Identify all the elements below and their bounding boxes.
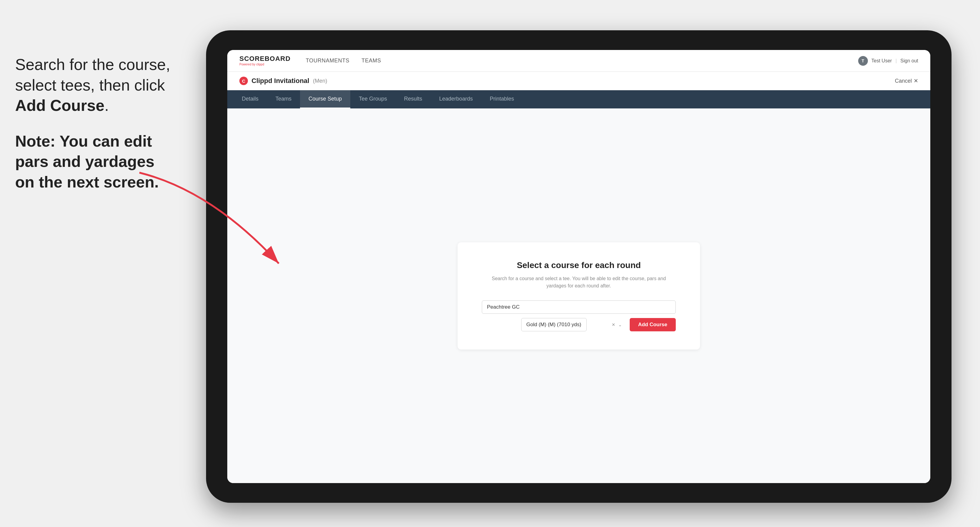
tab-tee-groups[interactable]: Tee Groups [350,90,395,108]
card-subtitle: Search for a course and select a tee. Yo… [482,275,676,290]
cancel-button[interactable]: Cancel ✕ [895,78,918,84]
tournament-gender: (Men) [313,78,327,84]
tab-leaderboards[interactable]: Leaderboards [431,90,481,108]
tab-teams[interactable]: Teams [267,90,300,108]
annotation-bold: Add Course [15,97,105,114]
main-content: Select a course for each round Search fo… [227,108,930,483]
course-card: Select a course for each round Search fo… [458,242,700,349]
logo-area: SCOREBOARD Powered by clippd [239,56,291,66]
annotation-text: Search for the course, select tees, then… [15,54,173,116]
top-nav-right: T Test User | Sign out [858,56,918,66]
nav-tournaments[interactable]: TOURNAMENTS [306,57,349,64]
logo-sub: Powered by clippd [239,63,291,66]
clippd-icon: C [239,77,248,85]
nav-teams[interactable]: TEAMS [361,57,381,64]
top-nav: SCOREBOARD Powered by clippd TOURNAMENTS… [227,50,930,72]
nav-links: TOURNAMENTS TEAMS [306,57,858,64]
user-avatar: T [858,56,868,66]
logo-text: SCOREBOARD [239,56,291,62]
tablet-frame: SCOREBOARD Powered by clippd TOURNAMENTS… [206,30,951,503]
annotation-note: Note: You can edit pars and yardages on … [15,131,173,193]
tee-select-wrapper: Gold (M) (M) (7010 yds) × [482,318,626,331]
sign-out-link[interactable]: Sign out [900,58,918,63]
tab-printables[interactable]: Printables [481,90,522,108]
tee-select[interactable]: Gold (M) (M) (7010 yds) [521,318,587,331]
tee-select-row: Gold (M) (M) (7010 yds) × Add Course [482,318,676,331]
tab-course-setup[interactable]: Course Setup [300,90,350,108]
tab-results[interactable]: Results [395,90,431,108]
add-course-button[interactable]: Add Course [630,318,676,331]
tournament-title-area: C Clippd Invitational (Men) [239,77,327,85]
tee-clear-button[interactable]: × [612,321,615,328]
course-search-input[interactable] [482,300,676,314]
tablet-screen: SCOREBOARD Powered by clippd TOURNAMENTS… [227,50,930,483]
tab-details[interactable]: Details [233,90,267,108]
card-title: Select a course for each round [482,260,676,270]
annotation-area: Search for the course, select tees, then… [0,43,188,205]
tab-bar: Details Teams Course Setup Tee Groups Re… [227,90,930,108]
tournament-header: C Clippd Invitational (Men) Cancel ✕ [227,72,930,90]
user-name: Test User [872,58,892,63]
tournament-name: Clippd Invitational [251,77,309,85]
nav-separator: | [896,58,897,63]
